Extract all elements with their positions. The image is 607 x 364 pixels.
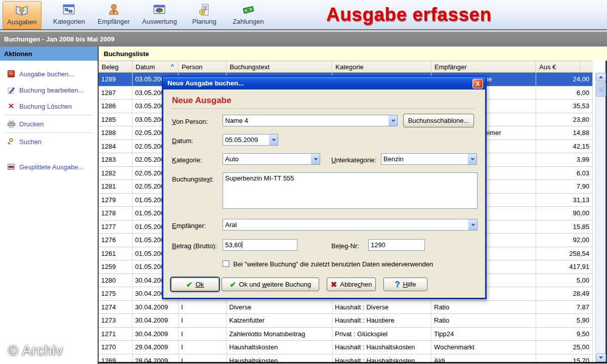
table-row[interactable]: 1274 30.04.2009 I Diverse Haushalt : Div…: [99, 301, 593, 314]
column-header-datum[interactable]: ^ Datum: [133, 61, 179, 72]
sidebar-item-ausgabe-buchen[interactable]: – Ausgabe buchen...: [0, 66, 98, 82]
toolbar-label: Empfänger: [98, 18, 130, 25]
cell-betrag: 3,99: [536, 153, 593, 166]
neue-ausgabe-dialog: Neue Ausgabe buchen... X Neue Ausgabe Vo…: [162, 76, 487, 299]
cell-betrag: 92,00: [536, 234, 593, 247]
buchungstext-textarea[interactable]: Superbenzin MI-TT 555: [223, 172, 478, 209]
betrag-label: Betrag (Brutto):: [172, 242, 217, 250]
dialog-heading: Neue Ausgabe: [172, 96, 231, 106]
cell-betrag: 7,90: [536, 180, 593, 193]
toolbar-label: Planung: [192, 18, 216, 25]
cell-beleg: 1282: [99, 167, 133, 180]
cell-buchungstext: Katzenfutter: [227, 314, 332, 327]
toolbar-button-kategorien[interactable]: Kategorien: [49, 1, 89, 29]
cell-datum: 29.04.2009: [133, 341, 179, 354]
column-header-kategorie[interactable]: Kategorie: [332, 61, 431, 72]
categories-window-icon: [61, 3, 76, 17]
sidebar-item-suchen[interactable]: Suchen: [0, 133, 98, 150]
vertical-scrollbar[interactable]: [595, 73, 605, 362]
toolbar-button-zahlungen[interactable]: Zahlungen: [229, 1, 268, 29]
cell-person: I: [179, 301, 227, 314]
cell-beleg: 1287: [99, 86, 133, 100]
table-row[interactable]: 1271 30.04.2009 I Zahlenlotto Monatsbeit…: [99, 328, 593, 341]
column-header-aus-euro[interactable]: Aus €: [536, 61, 580, 72]
cell-beleg: 1270: [99, 341, 133, 354]
sidebar-title: Aktionen: [4, 50, 32, 58]
cancel-x-icon: ✖: [331, 280, 337, 289]
cell-beleg: 1284: [99, 140, 133, 153]
cell-datum: 30.04.2009: [133, 301, 179, 314]
dialog-title-bar[interactable]: Neue Ausgabe buchen...: [163, 77, 486, 89]
ok-button[interactable]: ✔ Ok: [171, 278, 219, 291]
empfaenger-combobox[interactable]: Aral: [223, 219, 478, 231]
scroll-down-button[interactable]: [596, 353, 606, 362]
kategorie-value: Auto: [225, 155, 311, 163]
split-expense-icon: [7, 163, 15, 171]
unterkategorie-combobox[interactable]: Benzin: [381, 153, 477, 165]
datum-picker[interactable]: 05.05.2009: [223, 134, 278, 146]
sidebar-item-label: Buchung bearbeiten...: [19, 86, 83, 94]
hilfe-button[interactable]: ? Hilfe: [383, 278, 427, 291]
column-header-person[interactable]: Person: [179, 61, 227, 72]
column-header-buchungstext[interactable]: Buchungstext: [227, 61, 332, 72]
cell-person: I: [179, 314, 227, 327]
datum-value: 05.05.2009: [225, 136, 269, 144]
archiv-watermark: © Archiv: [8, 343, 63, 358]
scroll-up-button[interactable]: [596, 73, 606, 81]
cell-betrag: 42,15: [536, 140, 593, 153]
table-header-row: Beleg ^ Datum Person Buchungstext Katego…: [99, 61, 593, 73]
page-title: Ausgabe erfassen: [326, 4, 492, 25]
search-icon: [7, 138, 15, 146]
chevron-down-icon[interactable]: [269, 134, 278, 145]
sort-ascending-icon: ^: [171, 63, 174, 69]
list-header: Buchungsliste: [99, 47, 607, 61]
sidebar-item-label: Buchung Löschen: [19, 103, 72, 110]
table-row[interactable]: 1269 28.04.2009 I Haushaltskosten Hausha…: [99, 354, 593, 363]
reuse-data-checkbox[interactable]: [223, 260, 229, 267]
sidebar-item-buchung-loeschen[interactable]: ✕ Buchung Löschen: [0, 98, 98, 114]
cell-beleg: 1273: [99, 314, 133, 327]
cell-betrag: 15,85: [536, 220, 593, 234]
toolbar-button-ausgaben[interactable]: Ausgaben: [3, 1, 41, 29]
expenses-book-icon: [14, 3, 29, 17]
scrollbar-thumb[interactable]: [596, 82, 606, 97]
chevron-down-icon[interactable]: [468, 219, 477, 230]
table-row[interactable]: 1270 29.04.2009 I Haushaltskosten Hausha…: [99, 341, 593, 354]
sidebar-header: Aktionen: [0, 47, 98, 61]
toolbar-button-auswertung[interactable]: Auswertung: [138, 1, 181, 29]
chevron-down-icon[interactable]: [468, 154, 476, 164]
beleg-nr-input[interactable]: [368, 239, 425, 251]
column-header-beleg[interactable]: Beleg: [99, 61, 133, 72]
cell-empfaenger: Ratio: [431, 314, 536, 327]
kategorie-combobox[interactable]: Auto: [223, 153, 320, 165]
cell-betrag: 90,00: [536, 207, 593, 220]
betrag-input[interactable]: [223, 239, 297, 251]
abbrechen-button[interactable]: ✖ Abbrechen: [327, 278, 376, 291]
check-icon: ✔: [186, 280, 193, 289]
cell-beleg: 1288: [99, 126, 133, 140]
buchungsschablone-button[interactable]: Buchunsschablone...: [403, 114, 474, 127]
sidebar-item-drucken[interactable]: Drucken: [0, 116, 98, 132]
cell-datum: 28.04.2009: [133, 354, 179, 363]
window-title-bar: Buchungen - Jan 2008 bis Mai 2009: [0, 31, 607, 47]
planning-document-icon: [197, 3, 212, 17]
sidebar-item-buchung-bearbeiten[interactable]: Buchung bearbeiten...: [0, 82, 98, 98]
cell-buchungstext: Diverse: [227, 301, 332, 314]
sidebar-item-label: Drucken: [19, 120, 44, 128]
window-title: Buchungen - Jan 2008 bis Mai 2009: [4, 35, 114, 43]
sidebar-separator: [5, 115, 93, 115]
toolbar-button-planung[interactable]: Planung: [188, 1, 221, 29]
chevron-down-icon[interactable]: [388, 115, 397, 126]
help-question-icon: ?: [395, 280, 400, 289]
close-button[interactable]: X: [472, 79, 483, 88]
von-person-combobox[interactable]: Name 4: [223, 115, 398, 126]
cell-betrag: 5,90: [536, 314, 593, 327]
table-row[interactable]: 1273 30.04.2009 I Katzenfutter Haushalt …: [99, 314, 593, 328]
column-header-empfaenger[interactable]: Empfänger: [431, 61, 536, 72]
toolbar-button-empfaenger[interactable]: Empfänger: [94, 1, 134, 29]
sidebar-item-label: Ausgabe buchen...: [19, 70, 74, 78]
sidebar-item-gesplittete-ausgabe[interactable]: Gesplittete Ausgabe...: [0, 159, 98, 175]
ok-weitere-buchung-button[interactable]: ✔ Ok und weitere Buchung: [222, 278, 319, 291]
chevron-down-icon[interactable]: [311, 154, 320, 164]
window-bottom-edge: [99, 362, 607, 363]
